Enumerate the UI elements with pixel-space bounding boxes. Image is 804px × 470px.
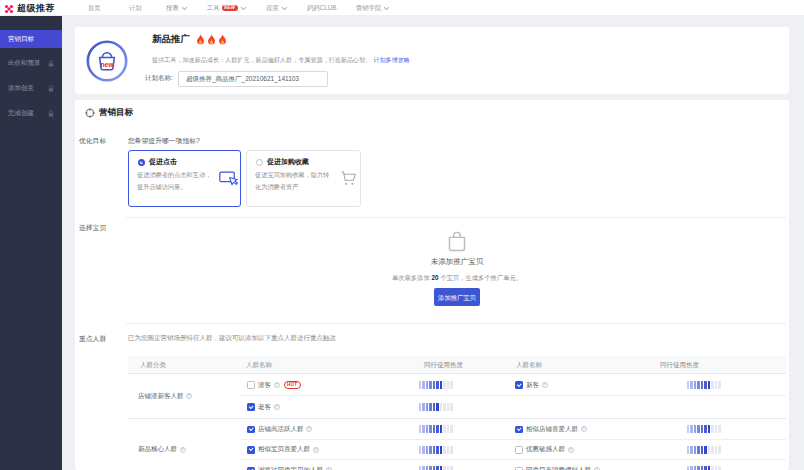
table-row: 浏览过同类宝贝的人群?同类目高消费偏好人群? [128,460,786,470]
heat-bar [426,381,428,389]
heat-bar [704,446,706,454]
checkbox-unchecked[interactable] [515,467,523,470]
plan-name-input[interactable]: 超级推荐_商品推广_20210621_141103 [178,71,328,87]
peer-usage-heat-gauge [687,374,722,396]
sidebar-step-3[interactable]: 完成创建 [0,104,62,122]
section-title: 营销目标 [99,107,133,119]
heat-bar [443,425,445,433]
nav-item-3[interactable]: 工具NEW [207,0,245,16]
info-icon[interactable]: ? [581,426,587,432]
checkbox-checked[interactable] [247,426,255,434]
svg-text:new: new [100,61,114,68]
radio-unselected-icon[interactable] [256,159,263,166]
nav-item-4[interactable]: 设置 [266,0,285,16]
audience-cell[interactable]: 优惠敏感人群? [515,440,574,461]
heat-bar [687,446,689,454]
checkbox-checked[interactable] [515,426,523,434]
option-title: 促进点击 [149,157,177,167]
peer-usage-heat-gauge [687,419,722,440]
campaign-description-text: 提供工具，加速新品成长：人群扩充，新品偏好人群，专属资源，打造新品心智。 [152,56,371,63]
lock-icon [48,85,54,92]
brand-logo[interactable]: 超级推荐 [4,2,55,15]
heat-bar [419,425,421,433]
audience-cell[interactable]: 浏览过同类宝贝的人群? [247,460,332,470]
heat-bar [718,466,720,470]
heat-bar [436,425,438,433]
optimize-goal-label: 优化目标 [79,136,106,146]
radio-selected-icon[interactable] [138,159,145,166]
nav-item-0[interactable]: 首页 [88,0,101,16]
sidebar-step-1[interactable]: 出价和预算 [0,54,62,72]
heat-bar [422,425,424,433]
table-header-cell: 人群分类 [140,356,166,374]
heat-bar [422,446,424,454]
heat-bar [440,403,442,411]
hot-badge: HOT [284,381,301,389]
audience-name: 浏览过同类宝贝的人群 [258,466,323,470]
plan-name-value: 超级推荐_商品推广_20210621_141103 [186,75,299,84]
heat-bar [704,466,706,470]
heat-bar [718,381,720,389]
peer-usage-heat-gauge [419,396,454,418]
audience-group-1: 新品核心人群?店铺高活跃人群?相似店铺喜爱人群?相似宝贝喜爱人群?优惠敏感人群?… [128,419,786,470]
audience-cell[interactable]: 潜客?HOT [247,374,301,396]
heat-bar [715,466,717,470]
option-card-promote-cart-favorite[interactable]: 促进加购收藏 促进宝贝加购收藏，助力转化为消费者资产 [246,150,361,207]
peer-usage-heat-gauge [687,460,722,470]
sidebar-step-0[interactable]: 营销目标 [0,30,62,48]
info-icon[interactable]: ? [568,447,574,453]
audience-cell[interactable]: 店铺高活跃人群? [247,419,312,440]
fire-icon [196,34,207,45]
strategy-guide-link[interactable]: 计划多维攻略 [373,56,410,63]
nav-item-label: 营销学院 [356,4,381,13]
empty-bag-icon [447,231,467,252]
nav-item-2[interactable]: 报表 [166,0,185,16]
sidebar-step-2[interactable]: 添加创意 [0,79,62,97]
nav-item-1[interactable]: 计划 [129,0,142,16]
heat-bar [715,425,717,433]
heat-bar [422,466,424,470]
option-description: 促进宝贝加购收藏，助力转化为消费者资产 [255,169,332,193]
heat-bar [711,425,713,433]
heat-bar [690,466,692,470]
heat-bar [701,446,703,454]
audience-cell[interactable]: 老客? [247,396,280,418]
checkbox-unchecked[interactable] [247,381,255,389]
heat-bar [704,381,706,389]
checkbox-checked[interactable] [515,381,523,389]
add-items-button[interactable]: 添加推广宝贝 [434,288,480,306]
audience-name: 优惠敏感人群 [526,445,565,454]
key-audience-label: 重点人群 [79,334,106,344]
info-icon[interactable]: ? [274,404,280,410]
chevron-down-icon [282,5,287,10]
info-icon[interactable]: ? [274,382,280,388]
nav-item-6[interactable]: 营销学院 [356,0,388,16]
heat-bar [701,466,703,470]
heat-bar [447,403,449,411]
nav-item-5[interactable]: 妈妈CLUB [307,0,336,16]
heat-bar [426,466,428,470]
lock-icon [48,110,54,117]
checkbox-checked[interactable] [247,446,255,454]
info-icon[interactable]: ? [306,426,312,432]
info-icon[interactable]: ? [542,382,548,388]
nav-item-label: 首页 [88,4,101,13]
optimize-goal-question: 您希望提升哪一项指标? [128,136,200,146]
checkbox-checked[interactable] [247,467,255,470]
audience-cell[interactable]: 相似店铺喜爱人群? [515,419,587,440]
heat-bar [443,381,445,389]
heat-bar [422,403,424,411]
heat-bar [715,381,717,389]
checkbox-unchecked[interactable] [515,446,523,454]
option-card-promote-click[interactable]: 促进点击 促进消费者的点击和互动，提升店铺访问量。 [128,150,241,207]
audience-cell[interactable]: 新客? [515,374,548,396]
checkbox-checked[interactable] [247,403,255,411]
option-description: 促进消费者的点击和互动，提升店铺访问量。 [137,169,214,193]
chevron-down-icon [182,5,187,10]
campaign-type-title-text: 新品推广 [152,33,190,46]
table-row: 店铺高活跃人群?相似店铺喜爱人群? [128,419,786,440]
audience-cell[interactable]: 同类目高消费偏好人群? [515,460,600,470]
audience-cell[interactable]: 相似宝贝喜爱人群? [247,440,319,461]
info-icon[interactable]: ? [313,447,319,453]
empty-items-subtitle-suffix: 个宝贝，生成多个推广单元。 [438,274,522,281]
